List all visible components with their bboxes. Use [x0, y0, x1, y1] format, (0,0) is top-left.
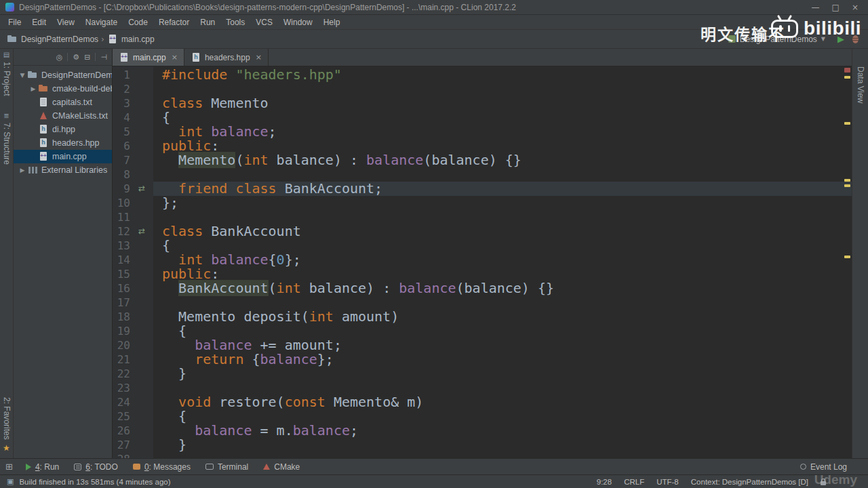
code-line-10: 10}; — [113, 196, 852, 210]
token: }; — [285, 251, 301, 268]
toolwindow-button-run[interactable]: 4: Run — [18, 459, 66, 474]
code-text[interactable]: public: — [153, 139, 852, 153]
warning-stripe-mark[interactable] — [844, 122, 850, 125]
toolwindow-stripe-data-view[interactable]: Data View — [856, 66, 865, 103]
tree-chevron-icon[interactable]: ▼ — [18, 72, 27, 79]
close-button[interactable]: × — [852, 3, 859, 12]
tree-item-capitals-txt[interactable]: capitals.txt — [14, 96, 112, 109]
editor-tab-main-cpp[interactable]: main.cpp× — [113, 49, 184, 66]
menu-navigate[interactable]: Navigate — [80, 16, 123, 29]
hide-panel-icon[interactable]: ⊣ — [100, 53, 107, 62]
code-text[interactable]: Memento deposit(int amount) — [153, 310, 852, 324]
status-encoding[interactable]: UTF-8 — [656, 478, 679, 486]
code-text[interactable]: { — [153, 110, 852, 125]
close-tab-icon[interactable]: × — [172, 53, 178, 62]
tree-item-di-hpp[interactable]: di.hpp — [14, 123, 112, 136]
code-text[interactable]: balance += amount; — [153, 338, 852, 352]
maximize-button[interactable]: □ — [832, 3, 840, 12]
minimize-button[interactable]: — — [812, 3, 820, 12]
menu-file[interactable]: File — [3, 16, 26, 29]
toolwindow-button-label: Event Log — [810, 462, 847, 472]
gutter-slot — [130, 125, 153, 139]
menu-help[interactable]: Help — [318, 16, 346, 29]
code-line-2: 2 — [113, 82, 852, 96]
warning-stripe-mark[interactable] — [844, 76, 850, 79]
toolwindow-button-terminal[interactable]: Terminal — [198, 459, 256, 474]
tree-item-main-cpp[interactable]: main.cpp — [14, 150, 112, 163]
code-text[interactable] — [153, 210, 852, 224]
code-text[interactable]: Memento(int balance) : balance(balance) … — [153, 153, 852, 167]
code-text[interactable]: int balance; — [153, 125, 852, 139]
code-text[interactable]: class BankAccount — [153, 224, 852, 239]
code-text[interactable]: void restore(const Memento& m) — [153, 395, 852, 409]
locate-file-icon[interactable]: ◎ — [56, 53, 63, 62]
breadcrumb-item-main-cpp[interactable]: main.cpp — [107, 34, 155, 45]
code-text[interactable] — [153, 381, 852, 395]
code-text[interactable]: balance = m.balance; — [153, 424, 852, 438]
menu-window[interactable]: Window — [278, 16, 318, 29]
code-text[interactable]: friend class BankAccount; — [153, 182, 852, 196]
code-text[interactable]: #include "headers.hpp" — [153, 68, 852, 82]
token: restore( — [211, 394, 284, 410]
toolwindow-button-label: 0: Messages — [144, 462, 191, 472]
code-text[interactable]: { — [153, 409, 852, 424]
code-text[interactable]: class Memento — [153, 96, 852, 110]
code-text[interactable]: int balance{0}; — [153, 253, 852, 267]
toolwindow-stripe-1-project[interactable]: ▤1: Project — [2, 52, 12, 96]
menu-vcs[interactable]: VCS — [250, 16, 278, 29]
status-line-separator[interactable]: CRLF — [624, 478, 644, 486]
code-editor[interactable]: 1#include "headers.hpp"23class Memento4{… — [113, 66, 852, 458]
code-text[interactable]: }; — [153, 196, 852, 210]
breadcrumb-item-designpatterndemos[interactable]: DesignPatternDemos — [7, 34, 98, 45]
editor-tab-headers-hpp[interactable]: headers.hpp× — [184, 49, 269, 66]
warning-stripe-mark[interactable] — [844, 256, 850, 258]
code-text[interactable]: BankAccount(int balance) : balance(balan… — [153, 281, 852, 296]
warning-stripe-mark[interactable] — [844, 184, 850, 187]
code-text[interactable] — [153, 167, 852, 182]
menu-refactor[interactable]: Refactor — [153, 16, 195, 29]
status-caret-position[interactable]: 9:28 — [597, 478, 612, 486]
menu-code[interactable]: Code — [123, 16, 153, 29]
tree-item-cmakelists-txt[interactable]: CMakeLists.txt — [14, 109, 112, 123]
token: (balance) {} — [423, 152, 521, 168]
toolwindow-button-todo[interactable]: 6: TODO — [66, 459, 125, 474]
related-symbol-icon[interactable]: ⇄ — [138, 184, 145, 193]
menu-edit[interactable]: Edit — [26, 16, 52, 29]
code-line-6: 6public: — [113, 139, 852, 153]
code-text[interactable]: } — [153, 438, 852, 452]
code-text[interactable]: { — [153, 239, 852, 253]
toolwindow-button-event-log[interactable]: Event Log — [793, 462, 854, 472]
code-text[interactable] — [153, 82, 852, 96]
gear-icon[interactable]: ⚙ — [73, 53, 79, 62]
gutter-slot — [130, 153, 153, 167]
code-text[interactable] — [153, 452, 852, 458]
code-text[interactable] — [153, 296, 852, 310]
warning-stripe-mark[interactable] — [844, 179, 850, 182]
toolwindow-switcher-icon[interactable]: ⊞ — [5, 462, 13, 472]
menu-run[interactable]: Run — [195, 16, 220, 29]
error-indicator-mark[interactable] — [844, 68, 850, 73]
line-number: 24 — [113, 395, 130, 409]
tree-item-cmake-build-debug[interactable]: ▶cmake-build-debug — [14, 82, 112, 96]
project-panel-toolbar: ◎ ⚙ ⊟ ⊣ — [14, 49, 112, 66]
tree-chevron-icon[interactable]: ▶ — [28, 85, 38, 92]
collapse-all-icon[interactable]: ⊟ — [84, 53, 90, 62]
menu-tools[interactable]: Tools — [220, 16, 250, 29]
toolwindow-stripe-7-structure[interactable]: ≣7: Structure — [2, 113, 12, 165]
menu-view[interactable]: View — [52, 16, 80, 29]
tree-item-external-libraries[interactable]: ▶External Libraries — [14, 163, 112, 177]
status-context[interactable]: Context: DesignPatternDemos [D] — [691, 478, 808, 486]
tree-item-headers-hpp[interactable]: headers.hpp — [14, 136, 112, 150]
toolwindow-stripe-2-favorites[interactable]: 2: Favorites★ — [2, 397, 12, 453]
window-controls: — □ × — [812, 3, 863, 12]
code-text[interactable]: } — [153, 367, 852, 381]
tree-item-designpatterndemos[interactable]: ▼DesignPatternDemos — [14, 68, 112, 82]
toolwindow-button-cmake[interactable]: CMake — [256, 459, 307, 474]
close-tab-icon[interactable]: × — [256, 53, 262, 62]
code-text[interactable]: return {balance}; — [153, 352, 852, 367]
related-symbol-icon[interactable]: ⇄ — [138, 226, 145, 236]
tree-chevron-icon[interactable]: ▶ — [18, 167, 27, 174]
toolwindow-button-messages[interactable]: 0: Messages — [125, 459, 198, 474]
code-text[interactable]: public: — [153, 267, 852, 281]
code-text[interactable]: { — [153, 324, 852, 338]
